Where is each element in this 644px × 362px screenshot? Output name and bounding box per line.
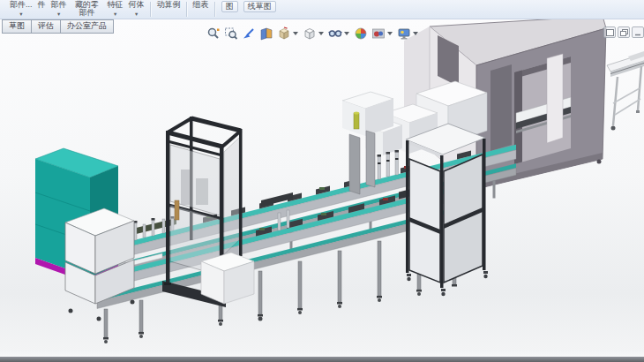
- chevron-down-icon[interactable]: [318, 32, 324, 35]
- cmd-insert-components-button[interactable]: 部件... ▾: [10, 1, 33, 17]
- chevron-down-icon[interactable]: [293, 32, 298, 35]
- window-maximize-icon[interactable]: [603, 26, 616, 38]
- window-restore-icon[interactable]: [618, 26, 630, 38]
- apply-scene-icon[interactable]: [371, 26, 394, 41]
- display-style-icon[interactable]: [302, 26, 326, 41]
- cmd-motion-study-button[interactable]: 动算例: [157, 1, 181, 9]
- chevron-down-icon[interactable]: [387, 32, 393, 35]
- tab-sketch[interactable]: 草图: [2, 19, 32, 34]
- yellow-cylinder[interactable]: [354, 113, 359, 129]
- chevron-down-icon[interactable]: [344, 32, 349, 35]
- previous-view-icon[interactable]: [241, 26, 257, 41]
- outfeed-conveyor[interactable]: [607, 51, 644, 131]
- enclosure-inner-column[interactable]: [547, 54, 563, 143]
- command-manager-toolbar: 部件... ▾ 件 部件 ▾ 藏的零部件 特征 ▾ 何体 ▾ 动算例 细表 图 …: [0, 0, 644, 19]
- floor-box[interactable]: [201, 253, 263, 321]
- zoom-to-area-icon[interactable]: [223, 26, 239, 41]
- view-orientation-icon[interactable]: [276, 26, 300, 41]
- tab-evaluate[interactable]: 评估: [31, 19, 61, 34]
- document-window-controls: [603, 26, 644, 38]
- cmd-reference-geometry-button[interactable]: 何体 ▾: [129, 1, 145, 17]
- tan-cylinder[interactable]: [175, 200, 179, 220]
- solidworks-window: { "command_manager": { "dropdown_glyph":…: [0, 0, 644, 362]
- chevron-down-icon: ▾: [19, 11, 22, 17]
- toolbar-separator: [150, 2, 152, 17]
- status-bar: [0, 357, 644, 362]
- cmd-fasteners-button[interactable]: 件: [38, 1, 46, 9]
- chevron-down-icon: ▾: [114, 11, 116, 17]
- window-minimize-icon[interactable]: [632, 26, 644, 38]
- chevron-down-icon[interactable]: [413, 32, 418, 35]
- assembly-3d-model[interactable]: [0, 19, 644, 362]
- cmd-move-component-button[interactable]: 部件 ▾: [51, 1, 67, 17]
- edit-appearance-icon[interactable]: [353, 26, 369, 41]
- toolbar-separator: [214, 2, 216, 17]
- graphics-viewport[interactable]: [0, 19, 644, 362]
- toolbar-separator: [186, 2, 188, 17]
- chevron-down-icon: ▾: [135, 11, 138, 17]
- hide-show-items-icon[interactable]: [327, 26, 351, 41]
- view-settings-icon[interactable]: [396, 26, 420, 41]
- command-manager-tabs: 草图 评估 办公室产品: [2, 19, 113, 34]
- chevron-down-icon: ▾: [57, 11, 60, 17]
- zoom-to-fit-icon[interactable]: [206, 26, 221, 41]
- cmd-exploded-view-button[interactable]: 图: [221, 1, 238, 12]
- caster-foot: [258, 317, 263, 321]
- cmd-bill-of-materials-button[interactable]: 细表: [193, 1, 209, 9]
- section-view-icon[interactable]: [258, 26, 274, 41]
- cmd-explode-line-sketch-button[interactable]: 线草图: [243, 1, 276, 12]
- cmd-show-hidden-components-button[interactable]: 藏的零部件: [72, 1, 102, 17]
- heads-up-view-toolbar: [206, 26, 420, 41]
- cmd-assembly-features-button[interactable]: 特征 ▾: [108, 1, 124, 17]
- tab-office-products[interactable]: 办公室产品: [60, 19, 114, 34]
